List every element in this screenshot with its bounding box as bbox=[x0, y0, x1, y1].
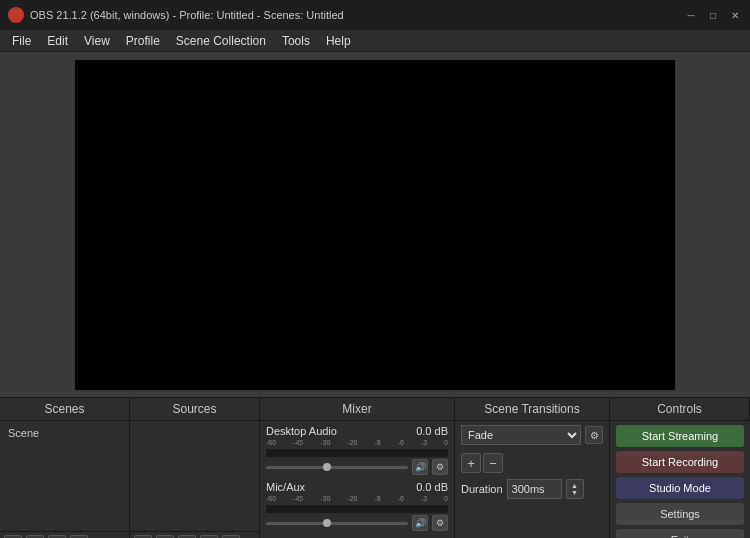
preview-container bbox=[0, 52, 750, 397]
close-button[interactable]: ✕ bbox=[728, 8, 742, 22]
start-recording-button[interactable]: Start Recording bbox=[616, 451, 744, 473]
duration-down-icon: ▼ bbox=[571, 489, 578, 496]
transition-add-remove: + − bbox=[461, 453, 603, 473]
desktop-audio-label: Desktop Audio bbox=[266, 425, 337, 437]
transition-type-select[interactable]: Fade bbox=[461, 425, 581, 445]
start-streaming-button[interactable]: Start Streaming bbox=[616, 425, 744, 447]
menu-item-scene-collection[interactable]: Scene Collection bbox=[168, 30, 274, 51]
mic-aux-settings[interactable]: ⚙ bbox=[432, 515, 448, 531]
duration-up-icon: ▲ bbox=[571, 482, 578, 489]
mic-aux-label: Mic/Aux bbox=[266, 481, 305, 493]
scene-item[interactable]: Scene bbox=[4, 425, 125, 441]
desktop-audio-channel: Desktop Audio 0.0 dB -60-45-30-20-9-6-30… bbox=[266, 425, 448, 475]
duration-label: Duration bbox=[461, 483, 503, 495]
duration-input[interactable] bbox=[507, 479, 562, 499]
move-source-up-button[interactable]: ▲ bbox=[200, 535, 218, 539]
settings-button[interactable]: Settings bbox=[616, 503, 744, 525]
add-source-button[interactable]: + bbox=[134, 535, 152, 539]
sources-panel: + − ⚙ ▲ ▼ bbox=[130, 421, 260, 538]
mic-aux-header: Mic/Aux 0.0 dB bbox=[266, 481, 448, 493]
mic-aux-slider[interactable] bbox=[266, 522, 408, 525]
mixer-panel: Desktop Audio 0.0 dB -60-45-30-20-9-6-30… bbox=[260, 421, 455, 538]
scenes-toolbar: + − ▲ ▼ bbox=[0, 531, 129, 538]
desktop-audio-mute[interactable]: 🔊 bbox=[412, 459, 428, 475]
remove-source-button[interactable]: − bbox=[156, 535, 174, 539]
desktop-audio-header: Desktop Audio 0.0 dB bbox=[266, 425, 448, 437]
mic-aux-ticks: -60-45-30-20-9-6-30 bbox=[266, 495, 448, 502]
scenes-header: Scenes bbox=[0, 398, 130, 420]
desktop-audio-ticks: -60-45-30-20-9-6-30 bbox=[266, 439, 448, 446]
desktop-audio-controls: 🔊 ⚙ bbox=[266, 459, 448, 475]
transitions-panel: Fade ⚙ + − Duration ▲ ▼ bbox=[455, 421, 610, 538]
transitions-header: Scene Transitions bbox=[455, 398, 610, 420]
exit-button[interactable]: Exit bbox=[616, 529, 744, 538]
menu-item-profile[interactable]: Profile bbox=[118, 30, 168, 51]
controls-header: Controls bbox=[610, 398, 750, 420]
window-title: OBS 21.1.2 (64bit, windows) - Profile: U… bbox=[30, 9, 684, 21]
mic-aux-channel: Mic/Aux 0.0 dB -60-45-30-20-9-6-30 🔊 ⚙ bbox=[266, 481, 448, 531]
duration-row: Duration ▲ ▼ bbox=[461, 479, 603, 499]
mic-aux-controls: 🔊 ⚙ bbox=[266, 515, 448, 531]
move-scene-up-button[interactable]: ▲ bbox=[48, 535, 66, 539]
obs-logo bbox=[8, 7, 24, 23]
add-transition-button[interactable]: + bbox=[461, 453, 481, 473]
sources-toolbar: + − ⚙ ▲ ▼ bbox=[130, 531, 259, 538]
sources-list bbox=[130, 421, 259, 531]
controls-panel: Start Streaming Start Recording Studio M… bbox=[610, 421, 750, 538]
mic-aux-level bbox=[266, 505, 448, 513]
menu-item-view[interactable]: View bbox=[76, 30, 118, 51]
menu-item-tools[interactable]: Tools bbox=[274, 30, 318, 51]
sources-header: Sources bbox=[130, 398, 260, 420]
scenes-list: Scene bbox=[0, 421, 129, 531]
maximize-button[interactable]: □ bbox=[706, 8, 720, 22]
move-scene-down-button[interactable]: ▼ bbox=[70, 535, 88, 539]
scenes-panel: Scene + − ▲ ▼ bbox=[0, 421, 130, 538]
menu-item-file[interactable]: File bbox=[4, 30, 39, 51]
panel-headers: Scenes Sources Mixer Scene Transitions C… bbox=[0, 397, 750, 421]
duration-spinner[interactable]: ▲ ▼ bbox=[566, 479, 584, 499]
desktop-audio-settings[interactable]: ⚙ bbox=[432, 459, 448, 475]
minimize-button[interactable]: ─ bbox=[684, 8, 698, 22]
menu-bar: FileEditViewProfileScene CollectionTools… bbox=[0, 30, 750, 52]
transition-select-row: Fade ⚙ bbox=[461, 425, 603, 445]
desktop-audio-db: 0.0 dB bbox=[416, 425, 448, 437]
mic-aux-mute[interactable]: 🔊 bbox=[412, 515, 428, 531]
remove-transition-button[interactable]: − bbox=[483, 453, 503, 473]
transition-settings-button[interactable]: ⚙ bbox=[585, 426, 603, 444]
title-bar: OBS 21.1.2 (64bit, windows) - Profile: U… bbox=[0, 0, 750, 30]
source-settings-button[interactable]: ⚙ bbox=[178, 535, 196, 539]
desktop-audio-level bbox=[266, 449, 448, 457]
mixer-header: Mixer bbox=[260, 398, 455, 420]
studio-mode-button[interactable]: Studio Mode bbox=[616, 477, 744, 499]
preview-canvas bbox=[75, 60, 675, 390]
add-scene-button[interactable]: + bbox=[4, 535, 22, 539]
remove-scene-button[interactable]: − bbox=[26, 535, 44, 539]
window-controls: ─ □ ✕ bbox=[684, 8, 742, 22]
desktop-audio-slider[interactable] bbox=[266, 466, 408, 469]
panels: Scene + − ▲ ▼ + − ⚙ ▲ ▼ Desktop Audio 0.… bbox=[0, 421, 750, 538]
mic-aux-handle[interactable] bbox=[323, 519, 331, 527]
move-source-down-button[interactable]: ▼ bbox=[222, 535, 240, 539]
mic-aux-db: 0.0 dB bbox=[416, 481, 448, 493]
menu-item-edit[interactable]: Edit bbox=[39, 30, 76, 51]
desktop-audio-handle[interactable] bbox=[323, 463, 331, 471]
menu-item-help[interactable]: Help bbox=[318, 30, 359, 51]
